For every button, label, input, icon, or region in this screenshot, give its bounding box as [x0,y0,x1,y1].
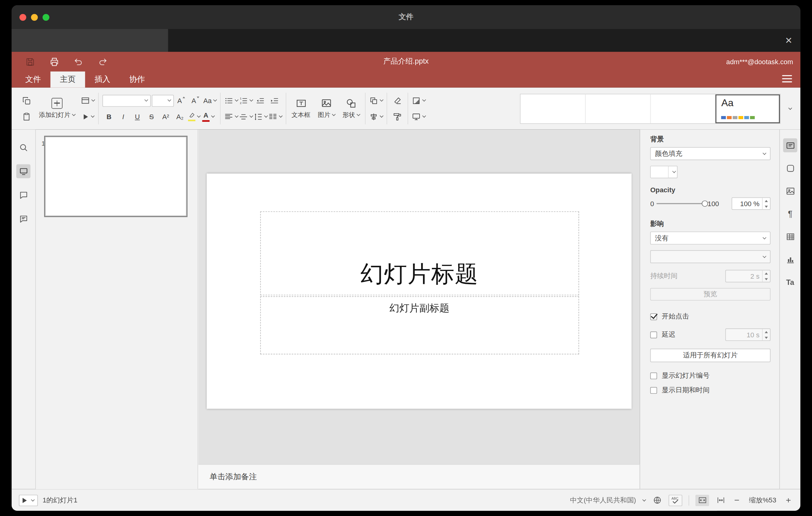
tab-collaboration[interactable]: 协作 [120,71,154,88]
tab-file[interactable]: 文件 [16,71,50,88]
align-shape-button[interactable] [369,110,383,123]
font-color-bar [202,120,209,122]
decrease-indent-button[interactable] [254,94,267,107]
textart-settings-button[interactable]: Ta [783,275,797,289]
increase-indent-button[interactable] [268,94,281,107]
slide-layout-button[interactable] [81,94,94,107]
decrease-font-button[interactable]: A [189,94,202,107]
show-date-time-checkbox[interactable] [650,387,657,394]
clear-style-button[interactable] [391,94,404,107]
highlight-color-button[interactable] [187,110,201,123]
spinner-up-icon[interactable] [765,272,768,274]
fullscreen-traffic-light[interactable] [42,13,49,20]
theme-option-selected[interactable]: Aa [716,94,780,123]
copy-style-button[interactable] [391,110,404,123]
chart-settings-button[interactable] [783,253,797,266]
close-traffic-light[interactable] [20,13,26,20]
theme-option-1[interactable] [520,94,585,123]
slides-panel-button[interactable] [16,164,31,178]
tab-insert[interactable]: 插入 [85,71,120,88]
menu-icon[interactable] [782,75,792,82]
paste-button[interactable] [20,110,33,123]
spinner-down-icon[interactable] [765,205,768,208]
opacity-slider-knob[interactable] [702,201,708,207]
slide-settings-button[interactable] [783,138,797,152]
spinner-up-icon[interactable] [765,200,768,202]
slide-canvas[interactable]: 幻灯片标题 幻灯片副标题 [206,173,631,409]
app-tab[interactable] [11,29,168,52]
change-case-button[interactable]: Aa [203,94,216,107]
show-slide-number-checkbox[interactable] [650,372,657,379]
underline-button[interactable]: U [131,110,144,123]
duration-input[interactable]: 2 s [725,270,770,282]
numbered-list-button[interactable]: 12 [239,94,253,107]
arrange-shape-button[interactable] [369,94,383,107]
opacity-input[interactable]: 100 % [732,198,771,210]
zoom-out-button[interactable]: − [732,495,742,506]
opacity-min-label: 0 [650,200,654,207]
insert-textbox-button[interactable]: 文本框 [288,88,314,130]
theme-gallery-expand-button[interactable] [784,93,794,123]
font-color-button[interactable]: A [202,110,215,123]
bullet-list-button[interactable] [224,94,238,107]
shape-settings-button[interactable] [783,161,797,175]
increase-font-button[interactable]: A [175,94,188,107]
zoom-in-button[interactable]: + [784,495,793,506]
slides-icon [19,167,28,176]
strikeout-button[interactable]: S [145,110,158,123]
comments-button[interactable] [16,188,31,202]
spinner-down-icon[interactable] [765,336,768,339]
insert-image-button[interactable]: 图片 [314,88,339,130]
fill-type-select[interactable]: 颜色填充 [650,147,771,160]
effect-variant-select[interactable] [650,250,771,263]
subscript-button[interactable]: A₂ [173,110,187,123]
effect-select[interactable]: 没有 [650,231,771,245]
slide-title-placeholder[interactable]: 幻灯片标题 [260,211,579,295]
table-settings-button[interactable] [783,230,797,243]
slide-fill-button[interactable] [412,94,426,107]
paragraph-settings-button[interactable]: ¶ [783,207,797,221]
opacity-slider[interactable] [657,203,705,204]
italic-button[interactable]: I [117,110,130,123]
apply-to-all-button[interactable]: 适用于所有幻灯片 [650,349,771,362]
set-language-button[interactable] [650,494,664,506]
spinner-up-icon[interactable] [765,331,768,333]
tab-home[interactable]: 主页 [50,71,85,88]
delay-checkbox[interactable] [650,332,657,338]
copy-button[interactable] [20,94,33,107]
horizontal-align-button[interactable] [224,110,238,123]
line-spacing-button[interactable] [254,110,267,123]
fit-width-button[interactable] [714,494,727,506]
start-slideshow-status-button[interactable] [19,494,38,506]
superscript-button[interactable]: A² [159,110,172,123]
vertical-align-button[interactable] [239,110,253,123]
spellcheck-button[interactable]: ABC [669,494,682,506]
image-settings-button[interactable] [783,184,797,198]
search-button[interactable] [16,140,31,154]
preview-slideshow-button[interactable] [81,110,94,123]
font-size-select[interactable] [152,94,174,107]
add-slide-button[interactable]: 添加幻灯片 [35,88,79,130]
slide-thumbnail-1[interactable] [45,137,186,216]
close-icon[interactable]: × [785,34,792,46]
minimize-traffic-light[interactable] [31,13,38,20]
theme-option-3[interactable] [650,94,716,123]
bold-button[interactable]: B [103,110,116,123]
duration-label: 持续时间 [650,271,678,281]
spinner-down-icon[interactable] [765,278,768,280]
fit-slide-button[interactable] [695,494,709,506]
insert-shape-button[interactable]: 形状 [339,88,364,130]
font-name-select[interactable] [103,94,151,107]
slide-size-button[interactable] [412,110,426,123]
start-on-click-checkbox[interactable] [650,313,657,320]
delay-input[interactable]: 10 s [725,328,770,341]
chat-button[interactable] [16,212,31,226]
fill-color-picker[interactable] [650,166,678,178]
chevron-down-icon [279,114,283,118]
language-label[interactable]: 中文(中华人民共和国) [570,496,636,505]
notes-area[interactable]: 单击添加备注 [198,464,640,489]
theme-option-2[interactable] [585,94,651,123]
columns-button[interactable] [268,110,282,123]
slide-subtitle-placeholder[interactable]: 幻灯片副标题 [260,296,579,354]
preview-button[interactable]: 预览 [650,288,771,300]
